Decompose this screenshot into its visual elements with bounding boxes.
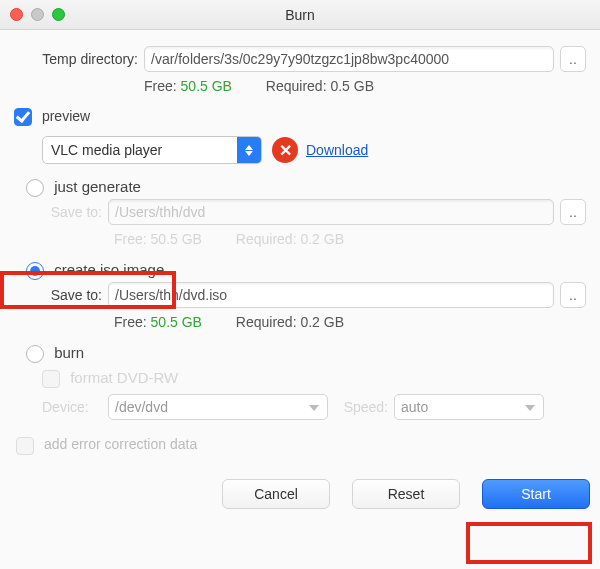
preview-label: preview bbox=[42, 108, 90, 124]
format-dvdrw-checkbox bbox=[42, 370, 60, 388]
preview-checkbox[interactable] bbox=[14, 108, 32, 126]
cancel-button[interactable]: Cancel bbox=[222, 479, 330, 509]
window-title: Burn bbox=[0, 7, 600, 23]
temp-req-value: 0.5 GB bbox=[330, 78, 374, 94]
device-select: /dev/dvd bbox=[108, 394, 328, 420]
device-label: Device: bbox=[42, 399, 102, 415]
iso-req-value: 0.2 GB bbox=[300, 314, 344, 330]
ecc-checkbox bbox=[16, 437, 34, 455]
preview-player-select[interactable]: VLC media player bbox=[42, 136, 262, 164]
temp-free-value: 50.5 GB bbox=[181, 78, 232, 94]
temp-free-label: Free: bbox=[144, 78, 177, 94]
reset-button[interactable]: Reset bbox=[352, 479, 460, 509]
just-generate-label: just generate bbox=[54, 178, 141, 195]
dialog-footer: Cancel Reset Start bbox=[0, 467, 600, 521]
speed-value: auto bbox=[401, 399, 428, 415]
start-button[interactable]: Start bbox=[482, 479, 590, 509]
preview-player-value: VLC media player bbox=[43, 142, 237, 158]
iso-free-value: 50.5 GB bbox=[151, 314, 202, 330]
iso-req-label: Required: bbox=[236, 314, 297, 330]
format-dvdrw-label: format DVD-RW bbox=[70, 369, 178, 386]
just-generate-radio[interactable] bbox=[26, 179, 44, 197]
temp-directory-browse-button[interactable]: .. bbox=[560, 46, 586, 72]
temp-directory-input[interactable] bbox=[144, 46, 554, 72]
device-value: /dev/dvd bbox=[115, 399, 168, 415]
iso-save-label: Save to: bbox=[28, 287, 108, 303]
iso-stats: Free: 50.5 GB Required: 0.2 GB bbox=[114, 314, 586, 330]
burn-radio[interactable] bbox=[26, 345, 44, 363]
error-icon: ✕ bbox=[272, 137, 298, 163]
titlebar: Burn bbox=[0, 0, 600, 30]
speed-label: Speed: bbox=[334, 399, 388, 415]
burn-label: burn bbox=[54, 344, 84, 361]
ecc-label: add error correction data bbox=[44, 436, 197, 452]
iso-browse-button[interactable]: .. bbox=[560, 282, 586, 308]
iso-save-input[interactable] bbox=[108, 282, 554, 308]
create-iso-label: create iso image bbox=[54, 261, 164, 278]
jg-browse-button: .. bbox=[560, 199, 586, 225]
iso-free-label: Free: bbox=[114, 314, 147, 330]
temp-stats: Free: 50.5 GB Required: 0.5 GB bbox=[144, 78, 586, 94]
highlight-start bbox=[466, 522, 592, 564]
temp-req-label: Required: bbox=[266, 78, 327, 94]
create-iso-radio[interactable] bbox=[26, 262, 44, 280]
speed-select: auto bbox=[394, 394, 544, 420]
jg-stats: Free: 50.5 GB Required: 0.2 GB bbox=[114, 231, 586, 247]
jg-save-label: Save to: bbox=[28, 204, 108, 220]
burn-option[interactable]: burn bbox=[14, 344, 586, 363]
create-iso-option[interactable]: create iso image bbox=[14, 261, 586, 280]
download-link[interactable]: Download bbox=[306, 142, 368, 158]
select-arrows-icon bbox=[237, 137, 261, 163]
just-generate-option[interactable]: just generate bbox=[14, 178, 586, 197]
jg-save-input bbox=[108, 199, 554, 225]
temp-directory-label: Temp directory: bbox=[14, 51, 144, 67]
